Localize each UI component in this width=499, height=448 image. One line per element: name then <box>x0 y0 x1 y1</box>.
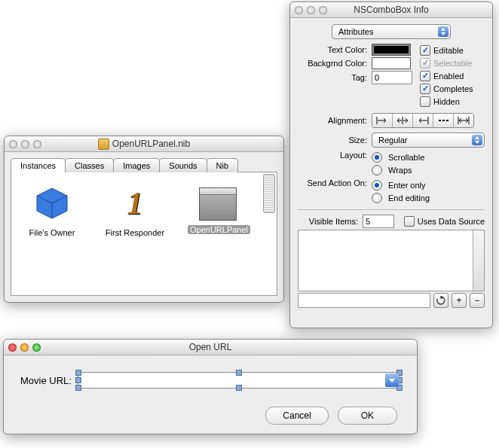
text-color-label: Text Color: <box>298 45 367 54</box>
scrollbar[interactable] <box>473 230 484 291</box>
alignment-label: Alignment: <box>298 116 367 125</box>
zoom-button[interactable] <box>319 6 327 14</box>
nib-document-window: OpenURLPanel.nib Instances Classes Image… <box>4 136 284 303</box>
titlebar[interactable]: OpenURLPanel.nib <box>5 136 283 152</box>
movie-url-combobox[interactable] <box>78 372 400 389</box>
refresh-button[interactable] <box>433 293 448 308</box>
items-list[interactable] <box>298 230 485 291</box>
selection-handle[interactable] <box>75 377 81 383</box>
align-justify-button[interactable] <box>454 114 473 127</box>
send-action-label: Send Action On: <box>298 178 367 187</box>
updown-arrows-icon <box>474 136 480 144</box>
size-popup[interactable]: Regular <box>372 133 485 148</box>
close-button[interactable] <box>295 6 303 14</box>
enabled-row: Enabled <box>420 70 485 82</box>
selection-handle[interactable] <box>75 385 81 391</box>
inspector-pane-popup[interactable]: Attributes <box>332 24 451 39</box>
uses-data-source-label: Uses Data Source <box>418 217 485 226</box>
hidden-row: Hidden <box>420 96 485 108</box>
tag-field[interactable] <box>372 71 412 84</box>
layout-scrollable-label: Scrollable <box>388 153 424 162</box>
panel-icon <box>199 187 237 221</box>
zoom-button[interactable] <box>32 343 41 352</box>
text-color-well[interactable] <box>372 44 411 56</box>
send-action-enter-label: Enter only <box>388 181 426 190</box>
align-right-button[interactable] <box>413 114 433 127</box>
align-center-button[interactable] <box>393 114 413 127</box>
combobox-arrow-button[interactable] <box>385 373 399 387</box>
selectable-checkbox <box>420 58 430 69</box>
ok-button[interactable]: OK <box>338 407 397 425</box>
instances-view: File's Owner 1 First Responder OpenURLPa… <box>11 172 277 296</box>
completes-label: Completes <box>433 84 473 93</box>
titlebar[interactable]: Open URL <box>4 340 417 355</box>
hidden-checkbox[interactable] <box>420 96 430 107</box>
selection-handle[interactable] <box>236 370 242 376</box>
object-openurlpanel[interactable]: OpenURLPanel <box>188 183 248 295</box>
titlebar[interactable]: NSComboBox Info <box>290 2 492 18</box>
tab-nib[interactable]: Nib <box>207 158 239 172</box>
visible-items-label: Visible Items: <box>298 217 358 226</box>
add-button[interactable]: + <box>452 293 467 308</box>
selectable-row: Selectable <box>420 57 485 69</box>
layout-wraps-label: Wraps <box>388 166 412 175</box>
remove-button[interactable]: − <box>470 293 485 308</box>
window-title-text: OpenURLPanel.nib <box>112 139 190 149</box>
align-left-button[interactable] <box>372 114 393 127</box>
object-label: First Responder <box>106 228 164 237</box>
tab-instances[interactable]: Instances <box>11 158 66 172</box>
popup-value: Attributes <box>338 27 373 36</box>
enabled-checkbox[interactable] <box>420 71 430 81</box>
minimize-button[interactable] <box>307 6 315 14</box>
window-title-text: Open URL <box>189 342 232 352</box>
selection-handle[interactable] <box>236 385 242 391</box>
new-item-field[interactable] <box>298 293 430 308</box>
traffic-lights <box>8 343 41 352</box>
minimize-button[interactable] <box>20 343 29 352</box>
bg-color-label: Backgrnd Color: <box>298 59 367 68</box>
movie-url-label: Movie URL: <box>20 375 72 386</box>
layout-wraps-radio[interactable] <box>372 165 382 175</box>
editable-checkbox[interactable] <box>420 45 430 56</box>
completes-checkbox[interactable] <box>420 84 430 94</box>
editable-row: Editable <box>420 44 485 56</box>
tab-sounds[interactable]: Sounds <box>159 158 207 172</box>
send-action-enter-radio[interactable] <box>372 180 382 190</box>
window-title: OpenURLPanel.nib <box>5 139 283 150</box>
open-url-panel: Open URL Movie URL: Cancel OK <box>3 339 418 434</box>
first-responder-icon: 1 <box>115 183 155 224</box>
traffic-lights <box>9 140 41 148</box>
alignment-segmented <box>372 113 474 128</box>
object-label: File's Owner <box>29 228 75 237</box>
object-files-owner[interactable]: File's Owner <box>22 183 82 295</box>
tab-bar: Instances Classes Images Sounds Nib <box>11 158 277 172</box>
inspector-window: NSComboBox Info Attributes Text Color: B… <box>289 2 493 328</box>
cancel-button[interactable]: Cancel <box>265 407 328 425</box>
tab-classes[interactable]: Classes <box>65 158 114 172</box>
window-title-text: NSComboBox Info <box>354 5 428 15</box>
close-button[interactable] <box>8 343 17 352</box>
bg-color-well[interactable] <box>372 57 411 69</box>
tag-label: Tag: <box>298 73 367 82</box>
selection-handle[interactable] <box>75 370 81 376</box>
view-mode-switcher[interactable] <box>263 174 275 213</box>
align-natural-button[interactable] <box>433 114 454 127</box>
layout-scrollable-radio[interactable] <box>372 152 382 163</box>
popup-value: Regular <box>378 136 408 145</box>
uses-data-source-checkbox[interactable] <box>404 216 415 227</box>
completes-row: Completes <box>420 83 485 95</box>
send-action-end-radio[interactable] <box>372 193 382 203</box>
visible-items-field[interactable] <box>363 215 394 228</box>
object-first-responder[interactable]: 1 First Responder <box>105 183 165 295</box>
close-button[interactable] <box>9 140 17 148</box>
size-label: Size: <box>298 136 367 145</box>
minimize-button[interactable] <box>21 140 29 148</box>
selectable-label: Selectable <box>433 59 472 68</box>
zoom-button[interactable] <box>33 140 41 148</box>
updown-arrows-icon <box>440 28 446 35</box>
list-footer: + − <box>298 293 485 308</box>
editable-label: Editable <box>433 46 464 55</box>
tab-images[interactable]: Images <box>113 158 160 172</box>
nib-file-icon <box>98 139 109 150</box>
layout-label: Layout: <box>298 151 367 160</box>
